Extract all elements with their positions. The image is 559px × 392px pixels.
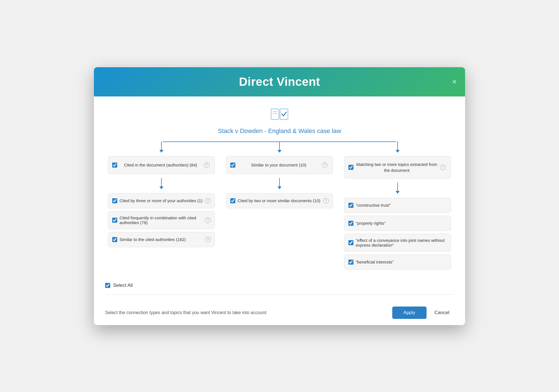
arrow-col3 [344,141,451,153]
checkbox-col1-primary[interactable] [112,163,117,168]
modal-title: Direct Vincent [239,75,320,89]
sub-box-col1-0: Cited by three or more of your authoriti… [108,193,215,208]
arrow-col2 [226,141,333,153]
document-title: Stack v Dowden - England & Wales case la… [218,127,341,135]
sub-box-col1-0-label: Cited by three or more of your authoriti… [120,198,203,203]
checkbox-col3-2[interactable] [348,240,353,245]
sub-box-col3-3: "beneficial interests" [344,254,451,270]
sub-box-col3-2: "effect of a conveyance into joint names… [344,234,451,252]
checkbox-col2-0[interactable] [230,198,235,203]
column-3: Matching two or more topics extracted fr… [341,141,454,270]
arrow-col1-sub [108,178,215,189]
help-icon-col2-primary[interactable]: ? [322,162,328,168]
sub-box-col1-1-label: Cited frequently in combination with cit… [120,215,203,225]
svg-rect-3 [280,109,288,120]
checkbox-col2-primary[interactable] [230,163,235,168]
primary-box-col1-label: Cited in the document (authorities) (84) [120,162,202,168]
sub-box-col2-0: Cited by two or more similar documents (… [226,193,333,208]
help-icon-col2-0[interactable]: ? [323,198,329,204]
apply-button[interactable]: Apply [392,307,427,319]
sub-box-col3-1: "property rights" [344,216,451,231]
modal-body: Stack v Dowden - England & Wales case la… [94,96,465,300]
sub-box-col1-2-label: Similar to the cited authorities (162) [120,237,203,242]
modal-footer: Select the connection types and topics t… [94,300,465,325]
columns-container: Cited in the document (authorities) (84)… [105,141,454,270]
modal-header: Direct Vincent × [94,67,465,96]
checkbox-col1-1[interactable] [112,218,117,223]
svg-rect-0 [271,109,279,120]
arrow-col2-sub [226,178,333,189]
sub-box-col3-2-label: "effect of a conveyance into joint names… [356,238,447,247]
checkbox-col3-3[interactable] [348,260,353,265]
sub-box-col3-1-label: "property rights" [356,221,447,226]
footer-divider [105,294,454,295]
sub-items-col1: Cited by three or more of your authoriti… [108,193,215,247]
primary-box-col3-label: Matching two or more topics extracted fr… [356,161,438,173]
sub-box-col1-2: Similar to the cited authorities (162) ? [108,232,215,247]
select-all-label: Select All [113,283,133,288]
primary-box-col2: Similar to your document (10) ? [226,156,333,174]
sub-box-col3-0: "constructive trust" [344,198,451,213]
checkbox-col1-2[interactable] [112,237,117,242]
footer-hint: Select the connection types and topics t… [105,310,266,315]
checkbox-col3-primary[interactable] [348,165,353,170]
document-icon [270,105,289,125]
document-header: Stack v Dowden - England & Wales case la… [105,105,454,135]
modal-dialog: Direct Vincent × Stack v Dowden - Englan… [94,67,465,325]
select-all-checkbox[interactable] [105,283,110,288]
close-button[interactable]: × [452,78,457,86]
column-2: Similar to your document (10) ? Cited by… [223,141,336,270]
arrow-col3-sub [344,183,451,194]
footer-actions: Apply Cancel [392,307,454,319]
cancel-button[interactable]: Cancel [430,307,454,319]
sub-items-col3: "constructive trust" "property rights" "… [344,198,451,270]
primary-box-col1: Cited in the document (authorities) (84)… [108,156,215,174]
checkbox-col3-1[interactable] [348,221,353,226]
column-1: Cited in the document (authorities) (84)… [105,141,218,270]
sub-box-col3-0-label: "constructive trust" [356,203,447,208]
checkbox-col3-0[interactable] [348,203,353,208]
arrow-col1 [108,141,215,153]
checkbox-col1-0[interactable] [112,198,117,203]
select-all-row: Select All [105,278,454,292]
sub-items-col2: Cited by two or more similar documents (… [226,193,333,208]
primary-box-col2-label: Similar to your document (10) [238,162,320,168]
help-icon-col3-primary[interactable]: ? [440,165,446,170]
help-icon-col1-0[interactable]: ? [205,198,211,204]
help-icon-col1-2[interactable]: ? [205,237,211,242]
sub-box-col2-0-label: Cited by two or more similar documents (… [238,198,321,203]
help-icon-col1-primary[interactable]: ? [204,162,209,168]
help-icon-col1-1[interactable]: ? [205,217,211,223]
sub-box-col1-1: Cited frequently in combination with cit… [108,211,215,229]
sub-box-col3-3-label: "beneficial interests" [356,260,447,264]
primary-box-col3: Matching two or more topics extracted fr… [344,156,451,179]
